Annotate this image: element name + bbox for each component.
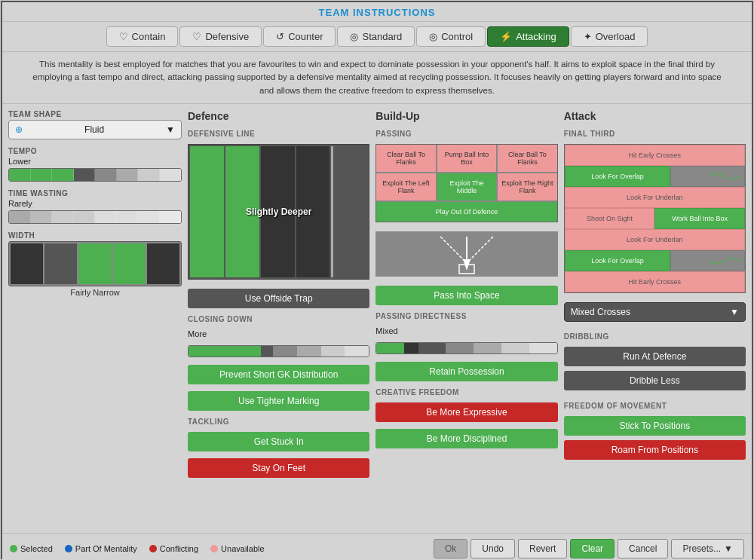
tab-standard[interactable]: ◎ Standard [337, 26, 415, 47]
mixed-crosses-value: Mixed Crosses [571, 307, 630, 317]
ft-look-underlap-1[interactable]: Look For Underlan [565, 187, 745, 208]
defence-panel: Defence DEFENSIVE LINE Slightly Deeper U… [188, 110, 369, 527]
bottom-bar: Selected Part Of Mentality Conflicting U… [2, 533, 752, 560]
run-at-defence-button[interactable]: Run At Defence [564, 347, 746, 366]
tempo-slider[interactable] [8, 168, 182, 182]
passing-grid: Clear Ball To Flanks Pump Ball Into Box … [375, 144, 557, 222]
legend-selected: Selected [10, 544, 53, 553]
legend-unavailable-dot [210, 545, 218, 552]
get-stuck-in-button[interactable]: Get Stuck In [188, 432, 369, 451]
description-text: This mentality is best employed for matc… [2, 52, 752, 104]
closing-down-label: CLOSING DOWN [188, 315, 369, 323]
team-shape-label: TEAM SHAPE [8, 110, 182, 118]
passing-cell-2[interactable]: Clear Ball To Flanks [498, 145, 556, 172]
presets-button[interactable]: Presets... ▼ [671, 539, 744, 558]
passing-cell-3[interactable]: Exploit The Left Flank [376, 173, 435, 200]
defence-title: Defence [188, 110, 369, 122]
defensive-icon: ♡ [192, 31, 201, 42]
passing-cell-5[interactable]: Exploit The Right Flank [498, 173, 556, 200]
revert-button[interactable]: Revert [518, 539, 567, 558]
passing-cell-6[interactable]: Play Out Of Defence [376, 202, 556, 222]
tempo-value: Lower [8, 157, 182, 166]
page-title: TEAM INSTRUCTIONS [2, 2, 752, 22]
ft-shoot-on-sight[interactable]: Shoot On Sight [565, 208, 655, 229]
mixed-crosses-chevron-icon: ▼ [730, 307, 739, 317]
passing-arrow-area [375, 231, 557, 277]
counter-icon: ↺ [276, 31, 284, 42]
dribble-less-button[interactable]: Dribble Less [564, 371, 746, 390]
passing-directness-label: PASSING DIRECTNESS [375, 312, 557, 320]
final-third-grid: Hit Early Crosses Look For Overlap Look … [564, 144, 746, 293]
ft-hit-early-crosses-bottom[interactable]: Hit Early Crosses [565, 271, 745, 292]
overload-icon: ✦ [584, 31, 592, 42]
tab-attacking[interactable]: ⚡ Attacking [487, 26, 569, 47]
tackling-label: TACKLING [188, 418, 369, 426]
attacking-icon: ⚡ [500, 31, 512, 42]
ft-work-ball-into-box[interactable]: Work Ball Into Box [654, 208, 745, 229]
mixed-crosses-dropdown[interactable]: Mixed Crosses ▼ [564, 302, 746, 322]
stay-on-feet-button[interactable]: Stay On Feet [188, 458, 369, 478]
legend-unavailable: Unavailable [210, 544, 264, 553]
buildup-panel: Build-Up PASSING Clear Ball To Flanks Pu… [375, 110, 557, 527]
tab-counter[interactable]: ↺ Counter [263, 26, 336, 47]
time-wasting-label: TIME WASTING [8, 189, 182, 197]
stick-to-positions-button[interactable]: Stick To Positions [564, 416, 746, 436]
svg-line-3 [467, 237, 493, 263]
control-icon: ◎ [429, 31, 437, 42]
use-tighter-marking-button[interactable]: Use Tighter Marking [188, 391, 369, 411]
tempo-label: TEMPO [8, 147, 182, 155]
closing-down-value: More [188, 329, 369, 338]
ft-hit-early-crosses-top[interactable]: Hit Early Crosses [565, 145, 745, 166]
creative-freedom-label: CREATIVE FREEDOM [375, 388, 557, 396]
ft-empty-2 [670, 250, 745, 271]
pass-into-space-button[interactable]: Pass Into Space [375, 286, 557, 305]
standard-icon: ◎ [350, 31, 358, 42]
be-more-disciplined-button[interactable]: Be More Disciplined [375, 429, 557, 448]
tab-overload[interactable]: ✦ Overload [571, 26, 648, 47]
legend-mentality-label: Part Of Mentality [75, 544, 137, 553]
freedom-section: Stick To Positions Roam From Positions [564, 416, 746, 462]
attack-title: Attack [564, 110, 746, 122]
time-wasting-slider[interactable] [8, 210, 182, 224]
dropdown-chevron-icon: ▼ [166, 124, 175, 135]
defensive-line-label: DEFENSIVE LINE [188, 130, 369, 138]
legend-conflicting-label: Conflicting [160, 544, 198, 553]
be-more-expressive-button[interactable]: Be More Expressive [375, 402, 557, 422]
undo-button[interactable]: Undo [470, 539, 515, 558]
contain-icon: ♡ [119, 31, 128, 42]
passing-cell-0[interactable]: Clear Ball To Flanks [376, 145, 435, 172]
cancel-button[interactable]: Cancel [618, 539, 668, 558]
ok-button[interactable]: Ok [434, 539, 467, 558]
passing-cell-4[interactable]: Exploit The Middle [437, 173, 496, 200]
dribbling-section: Run At Defence Dribble Less [564, 347, 746, 393]
tab-control[interactable]: ◎ Control [416, 26, 486, 47]
svg-line-2 [440, 237, 467, 263]
ft-look-underlap-2[interactable]: Look For Underlan [565, 229, 745, 250]
freedom-of-movement-label: FREEDOM OF MOVEMENT [564, 402, 746, 410]
ft-look-overlap-1[interactable]: Look For Overlap [565, 166, 671, 187]
passing-directness-slider[interactable] [375, 342, 557, 354]
passing-cell-1[interactable]: Pump Ball Into Box [437, 145, 496, 172]
legend-unavailable-label: Unavailable [221, 544, 264, 553]
width-slider[interactable] [8, 241, 182, 286]
clear-button[interactable]: Clear [570, 539, 615, 558]
legend-selected-label: Selected [20, 544, 53, 553]
retain-possession-button[interactable]: Retain Possession [375, 362, 557, 381]
time-wasting-value: Rarely [8, 199, 182, 208]
team-shape-icon: ⊕ [15, 124, 23, 135]
use-offside-trap-button[interactable]: Use Offside Trap [188, 289, 369, 308]
ft-look-overlap-2[interactable]: Look For Overlap [565, 250, 671, 271]
defensive-line-viz: Slightly Deeper [188, 144, 369, 280]
final-third-label: FINAL THIRD [564, 130, 746, 138]
team-shape-dropdown[interactable]: ⊕ Fluid ▼ [8, 120, 182, 139]
team-shape-value: Fluid [84, 124, 104, 135]
dribbling-label: DRIBBLING [564, 332, 746, 341]
roam-from-positions-button[interactable]: Roam From Positions [564, 440, 746, 460]
prevent-short-gk-button[interactable]: Prevent Short GK Distribution [188, 365, 369, 384]
closing-down-slider[interactable] [188, 345, 369, 357]
buildup-title: Build-Up [375, 110, 557, 122]
width-value: Fairly Narrow [8, 288, 182, 297]
tab-contain[interactable]: ♡ Contain [106, 26, 179, 47]
tab-defensive[interactable]: ♡ Defensive [179, 26, 262, 47]
legend-mentality: Part Of Mentality [65, 544, 137, 553]
